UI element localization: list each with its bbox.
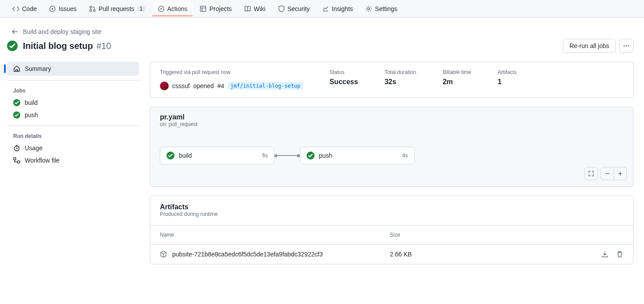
th-name: Name [160, 232, 390, 238]
zoom-in-button[interactable] [614, 167, 627, 180]
tab-code-label: Code [22, 5, 37, 12]
sidebar-job-label: push [25, 111, 38, 119]
artifacts-value: 1 [498, 78, 517, 86]
tab-wiki[interactable]: Wiki [239, 2, 270, 16]
job-node-label: push [319, 152, 332, 159]
check-circle-icon [7, 41, 18, 51]
th-size: Size [390, 232, 575, 238]
duration-label: Total duration [385, 69, 416, 75]
tab-security[interactable]: Security [273, 2, 315, 16]
check-circle-icon [167, 152, 174, 159]
breadcrumb-link[interactable]: Build and deploy staging site [23, 28, 101, 35]
svg-rect-15 [14, 158, 16, 160]
sidebar-job-build[interactable]: build [7, 96, 139, 109]
stopwatch-icon [13, 145, 20, 152]
sidebar-job-label: build [25, 99, 38, 106]
rerun-button[interactable]: Re-run all jobs [563, 39, 616, 53]
artifacts-subtitle: Produced during runtime [160, 211, 623, 217]
summary-panel: Triggered via pull request now csssuf op… [150, 62, 633, 98]
trigger-actor[interactable]: csssuf [172, 82, 190, 89]
tab-actions[interactable]: Actions [152, 2, 193, 16]
svg-point-4 [93, 10, 95, 11]
sidebar-workflow-file[interactable]: Workflow file [7, 154, 139, 167]
sidebar-summary[interactable]: Summary [7, 62, 139, 76]
run-title: Initial blog setup #10 [23, 41, 111, 51]
duration-value: 32s [385, 78, 416, 86]
package-icon [160, 251, 167, 258]
fullscreen-button[interactable] [585, 167, 598, 180]
svg-point-7 [368, 7, 370, 10]
fullscreen-icon [588, 171, 594, 177]
sidebar-job-push[interactable]: push [7, 109, 139, 121]
download-icon[interactable] [601, 251, 608, 258]
tab-wiki-label: Wiki [254, 5, 265, 12]
sidebar-usage-label: Usage [25, 145, 42, 152]
graph-icon [322, 5, 329, 12]
svg-point-9 [624, 45, 625, 47]
run-number: #10 [96, 41, 111, 51]
billable-label: Billable time [443, 69, 471, 75]
status-value: Success [329, 78, 358, 86]
home-icon [13, 65, 20, 72]
code-icon [12, 5, 19, 12]
job-node-push[interactable]: push 4s [300, 147, 415, 164]
tab-settings-label: Settings [375, 5, 397, 12]
tab-settings[interactable]: Settings [360, 2, 403, 16]
tab-insights[interactable]: Insights [317, 2, 358, 16]
zoom-out-button[interactable] [600, 167, 614, 180]
job-node-label: build [179, 152, 192, 159]
tab-actions-label: Actions [167, 5, 188, 12]
check-circle-icon [13, 111, 20, 119]
tab-pulls[interactable]: Pull requests 1 [84, 2, 151, 16]
table-icon [200, 5, 207, 12]
trash-icon[interactable] [616, 251, 623, 258]
graph-panel: pr.yaml on: pull_request build 6s [150, 107, 633, 187]
workflow-icon [13, 157, 20, 164]
tab-issues[interactable]: Issues [44, 2, 81, 16]
artifact-name[interactable]: pubsite-721b8e8ca5edc6f5dc5de13efa9fabdc… [172, 251, 323, 258]
trigger-action: opened [193, 82, 214, 89]
tab-projects[interactable]: Projects [194, 2, 237, 16]
arrow-left-icon[interactable] [11, 28, 19, 35]
artifact-size: 2.66 KB [390, 251, 575, 258]
svg-rect-16 [18, 161, 20, 163]
trigger-pr-link[interactable]: #4 [217, 82, 224, 89]
tab-issues-label: Issues [59, 5, 76, 12]
sidebar-rundetails-heading: Run details [7, 130, 139, 142]
svg-point-11 [628, 45, 629, 47]
play-icon [158, 5, 165, 12]
pulls-count: 1 [137, 6, 145, 12]
sidebar-workflow-file-label: Workflow file [25, 157, 59, 164]
kebab-menu-button[interactable] [619, 39, 633, 53]
sidebar-usage[interactable]: Usage [7, 142, 139, 154]
artifacts-panel: Artifacts Produced during runtime Name S… [150, 196, 633, 264]
trigger-label: Triggered via pull request now [160, 69, 303, 75]
svg-point-2 [90, 6, 92, 8]
tab-code[interactable]: Code [7, 2, 42, 16]
git-pull-request-icon [89, 5, 96, 12]
sidebar: Summary Jobs build push Run details Usag… [7, 62, 139, 264]
plus-icon [617, 171, 623, 177]
job-node-duration: 6s [262, 152, 268, 159]
divider [7, 126, 139, 126]
gear-icon [365, 5, 372, 12]
repo-tabs: Code Issues Pull requests 1 Actions Proj… [0, 0, 644, 18]
artifact-row: pubsite-721b8e8ca5edc6f5dc5de13efa9fabdc… [150, 245, 633, 264]
workflow-on: on: pull_request [160, 121, 623, 127]
branch-tag[interactable]: jmf/initial-blog-setup [228, 82, 303, 90]
workflow-name: pr.yaml [160, 113, 623, 121]
sidebar-summary-label: Summary [25, 65, 51, 72]
book-icon [244, 5, 251, 12]
job-node-build[interactable]: build 6s [160, 147, 274, 164]
svg-rect-6 [200, 6, 206, 11]
issue-icon [49, 5, 56, 12]
tab-security-label: Security [288, 5, 310, 12]
minus-icon [604, 171, 611, 177]
kebab-icon [623, 42, 630, 49]
svg-point-3 [90, 10, 92, 11]
check-circle-icon [13, 99, 20, 106]
tab-projects-label: Projects [209, 5, 232, 12]
breadcrumb: Build and deploy staging site [11, 28, 633, 35]
graph-connector [274, 154, 300, 157]
svg-point-1 [52, 8, 53, 10]
